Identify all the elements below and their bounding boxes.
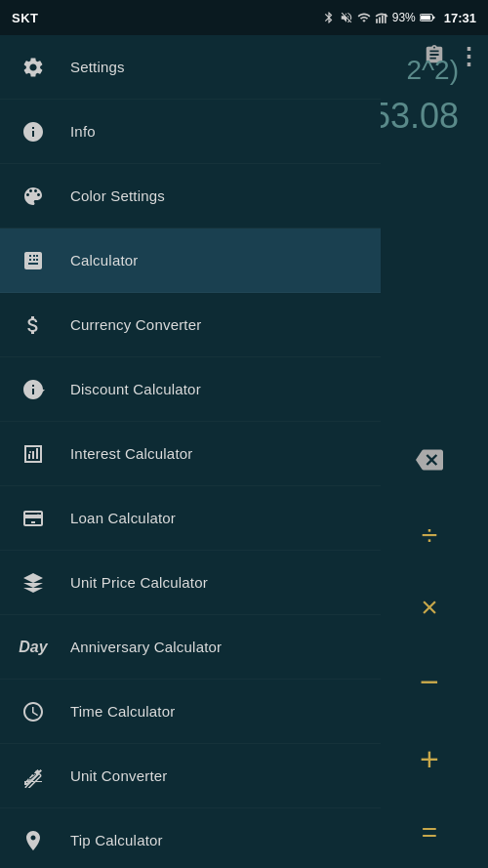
currency-converter-label: Currency Converter [70,316,201,333]
subtract-button[interactable]: − [420,663,439,701]
signal-icon [375,11,388,24]
tip-icon [16,823,51,858]
menu-item-unit-price-calculator[interactable]: Unit Price Calculator [0,551,381,615]
ruler-icon [16,759,51,794]
anniversary-calculator-label: Anniversary Calculator [70,639,222,655]
backspace-button[interactable] [416,446,443,479]
menu-item-tip-calculator[interactable]: Tip Calculator [0,808,381,868]
discount-svg-icon [21,378,45,401]
svg-rect-0 [376,19,378,23]
menu-item-unit-converter[interactable]: Unit Converter [0,744,381,808]
backspace-icon [416,446,443,474]
menu-item-info[interactable]: Info [0,100,381,164]
status-right: 93% 17:31 [322,11,476,25]
battery-label: 93% [392,11,416,24]
menu-item-settings[interactable]: Settings [0,35,381,100]
calculator-label: Calculator [70,252,139,269]
mute-icon [340,11,353,24]
settings-svg-icon [21,56,45,79]
main-area: ⋮ 2^2) 53.08 ÷ × − + = Settings Info [0,35,488,868]
calculator-buttons: ÷ × − + = [371,282,488,868]
svg-rect-5 [432,17,434,20]
anniversary-icon: Day [16,630,51,665]
info-icon [16,114,51,149]
wifi-icon [357,11,371,24]
divide-button[interactable]: ÷ [422,518,437,552]
interest-calculator-label: Interest Calculator [70,445,193,462]
svg-rect-6 [421,16,430,21]
menu-item-calculator[interactable]: Calculator [0,228,381,293]
loan-icon [16,501,51,536]
info-svg-icon [21,120,45,144]
settings-icon [16,50,51,85]
ruler-svg-icon [21,765,45,788]
multiply-button[interactable]: × [421,591,438,624]
equals-button[interactable]: = [422,817,437,848]
settings-label: Settings [70,59,125,75]
menu-item-discount-calculator[interactable]: Discount Calculator [0,357,381,422]
unit-price-calculator-label: Unit Price Calculator [70,574,208,591]
color-settings-label: Color Settings [70,187,165,204]
day-text-icon: Day [19,639,47,656]
menu-item-interest-calculator[interactable]: Interest Calculator [0,422,381,486]
svg-point-7 [29,451,31,453]
time-svg-icon [21,700,45,723]
menu-item-anniversary-calculator[interactable]: Day Anniversary Calculator [0,615,381,680]
navigation-drawer: Settings Info Color Settings Calculator [0,35,381,868]
interest-icon [16,436,51,472]
svg-rect-2 [382,16,384,23]
status-icons: 93% [322,11,435,24]
calculator-svg-icon [21,249,45,272]
loan-svg-icon [21,507,45,530]
svg-rect-3 [385,14,386,23]
info-label: Info [70,123,96,140]
tip-calculator-label: Tip Calculator [70,832,163,848]
color-svg-icon [21,185,45,208]
bluetooth-icon [322,11,336,24]
color-settings-icon [16,179,51,214]
interest-svg-icon [21,442,45,466]
svg-rect-1 [379,17,381,22]
status-bar: SKT 93% 17:31 [0,0,488,35]
calculator-icon [16,243,51,278]
tip-svg-icon [21,829,45,852]
currency-icon [16,308,51,343]
time-calculator-label: Time Calculator [70,703,175,720]
menu-item-currency-converter[interactable]: Currency Converter [0,293,381,357]
menu-item-time-calculator[interactable]: Time Calculator [0,680,381,744]
unit-converter-label: Unit Converter [70,767,168,784]
loan-calculator-label: Loan Calculator [70,510,176,526]
menu-item-color-settings[interactable]: Color Settings [0,164,381,228]
carrier-label: SKT [12,11,39,25]
time-label: 17:31 [444,11,476,25]
discount-icon [16,372,51,407]
unit-price-icon [16,565,51,600]
svg-point-8 [37,514,40,517]
add-button[interactable]: + [420,740,439,778]
battery-icon [420,12,435,23]
discount-calculator-label: Discount Calculator [70,381,201,397]
unit-price-svg-icon [21,571,45,595]
menu-item-loan-calculator[interactable]: Loan Calculator [0,486,381,551]
currency-svg-icon [21,313,45,337]
time-icon [16,694,51,729]
